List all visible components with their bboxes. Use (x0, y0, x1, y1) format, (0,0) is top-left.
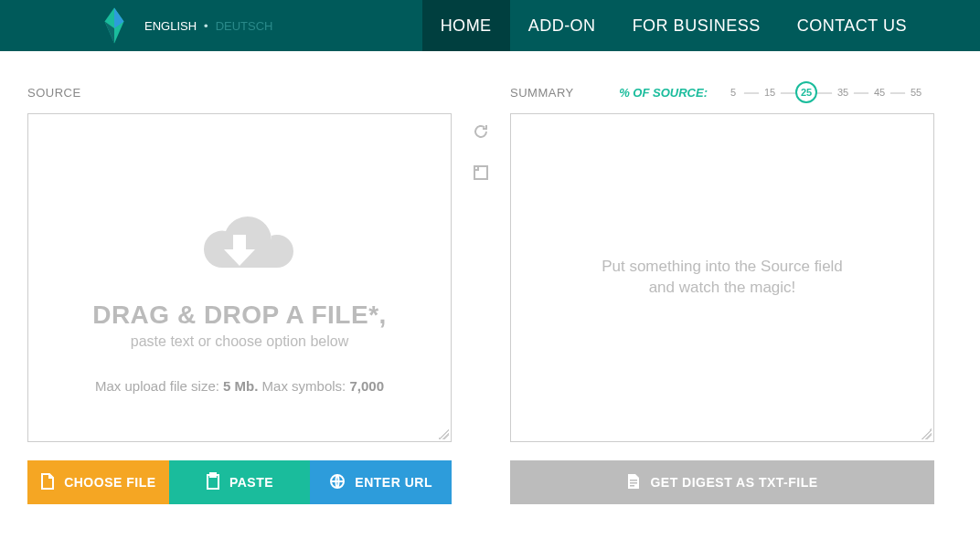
globe-icon (329, 473, 346, 492)
main-nav: HOME ADD-ON FOR BUSINESS CONTACT US (422, 0, 925, 51)
choose-file-label: CHOOSE FILE (64, 475, 155, 490)
choose-file-button[interactable]: CHOOSE FILE (27, 460, 169, 504)
source-label: SOURCE (27, 86, 81, 100)
upload-limits: Max upload file size: 5 Mb. Max symbols:… (95, 378, 384, 394)
middle-tools (466, 79, 495, 504)
slider-option-35[interactable]: 35 (832, 81, 854, 103)
percent-of-source-label: % OF SOURCE: (619, 86, 708, 100)
svg-rect-5 (630, 482, 637, 484)
lang-deutsch[interactable]: DEUTSCH (216, 19, 273, 33)
nav-business[interactable]: FOR BUSINESS (614, 0, 779, 51)
language-switch: ENGLISH • DEUTSCH (144, 19, 272, 33)
drop-title: DRAG & DROP A FILE*, (92, 301, 387, 330)
slider-option-45[interactable]: 45 (868, 81, 890, 103)
nav-addon[interactable]: ADD-ON (510, 0, 614, 51)
download-file-icon (626, 472, 641, 493)
drop-subtitle: paste text or choose option below (131, 333, 348, 350)
paste-label: PASTE (229, 475, 273, 490)
file-icon (40, 472, 55, 493)
paste-button[interactable]: PASTE (169, 460, 311, 504)
lang-separator: • (204, 19, 208, 33)
source-dropzone[interactable]: DRAG & DROP A FILE*, paste text or choos… (27, 113, 452, 442)
slider-option-5[interactable]: 5 (722, 81, 744, 103)
source-column: SOURCE DRAG & DROP A FILE*, paste text o… (27, 79, 452, 504)
source-buttons: CHOOSE FILE PASTE ENTER URL (27, 460, 452, 504)
summary-output[interactable]: Put something into the Source field and … (510, 113, 934, 442)
enter-url-label: ENTER URL (355, 475, 432, 490)
header: ENGLISH • DEUTSCH HOME ADD-ON FOR BUSINE… (0, 0, 980, 51)
main-content: SOURCE DRAG & DROP A FILE*, paste text o… (0, 51, 980, 532)
download-txt-button[interactable]: GET DIGEST AS TXT-FILE (510, 460, 934, 504)
summary-label: SUMMARY (510, 86, 574, 100)
nav-contact[interactable]: CONTACT US (779, 0, 925, 51)
nav-home[interactable]: HOME (422, 0, 510, 51)
cloud-download-icon (180, 206, 299, 282)
svg-rect-4 (630, 480, 637, 481)
svg-rect-3 (474, 166, 487, 179)
lang-english[interactable]: ENGLISH (144, 19, 197, 33)
enter-url-button[interactable]: ENTER URL (310, 460, 452, 504)
summary-column: SUMMARY % OF SOURCE: 5 15 25 35 45 55 Pu… (510, 79, 934, 504)
clipboard-icon (206, 472, 220, 493)
slider-option-25[interactable]: 25 (795, 81, 817, 103)
summary-buttons: GET DIGEST AS TXT-FILE (510, 460, 934, 504)
download-txt-label: GET DIGEST AS TXT-FILE (650, 475, 817, 490)
logo[interactable] (101, 0, 128, 51)
summary-placeholder: Put something into the Source field and … (602, 257, 843, 299)
slider-option-55[interactable]: 55 (905, 81, 927, 103)
copy-icon[interactable] (473, 164, 489, 185)
slider-track (726, 92, 923, 94)
percent-slider[interactable]: 5 15 25 35 45 55 (715, 81, 934, 103)
svg-rect-6 (630, 485, 634, 487)
refresh-icon[interactable] (472, 122, 490, 144)
slider-option-15[interactable]: 15 (759, 81, 781, 103)
